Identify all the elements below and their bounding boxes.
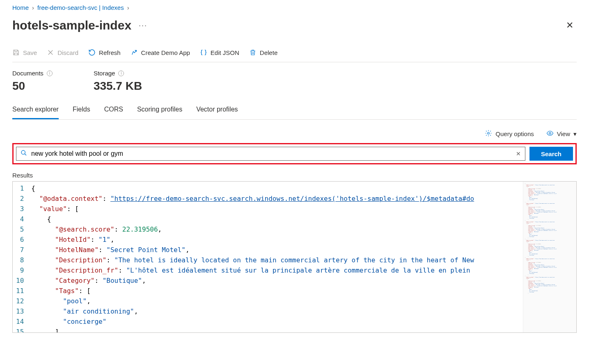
- save-icon: [12, 49, 20, 56]
- chevron-right-icon: ›: [32, 4, 34, 11]
- svg-point-1: [549, 132, 551, 134]
- gear-icon: [485, 130, 492, 138]
- page-title: hotels-sample-index: [12, 18, 131, 32]
- refresh-icon: [88, 49, 96, 56]
- edit-json-button[interactable]: Edit JSON: [200, 49, 239, 56]
- info-icon[interactable]: i: [47, 71, 53, 76]
- toolbar: Save Discard Refresh Create Demo App Edi…: [12, 49, 577, 62]
- clear-icon[interactable]: ✕: [516, 150, 521, 157]
- svg-point-0: [488, 132, 490, 134]
- search-box: ✕: [16, 147, 525, 161]
- create-demo-button[interactable]: Create Demo App: [131, 49, 190, 56]
- view-button[interactable]: View ▾: [546, 130, 577, 138]
- info-icon[interactable]: i: [118, 71, 124, 76]
- discard-icon: [47, 49, 54, 56]
- minimap[interactable]: { "@odata.context": "https://free-demo-s…: [523, 182, 576, 332]
- braces-icon: [200, 49, 207, 56]
- breadcrumb: Home › free-demo-search-svc | Indexes ›: [12, 4, 577, 11]
- storage-stat: Storagei 335.7 KB: [94, 70, 142, 93]
- search-row-highlight: ✕ Search: [12, 143, 577, 164]
- storage-value: 335.7 KB: [94, 80, 142, 93]
- line-numbers: 123456789101112131415: [13, 182, 30, 332]
- demo-app-icon: [131, 49, 138, 56]
- search-input[interactable]: [27, 150, 516, 157]
- refresh-button[interactable]: Refresh: [88, 49, 121, 56]
- search-icon: [21, 150, 27, 158]
- results-code[interactable]: { "@odata.context": "https://free-demo-s…: [30, 182, 523, 332]
- breadcrumb-home[interactable]: Home: [12, 4, 29, 11]
- tab-vector-profiles[interactable]: Vector profiles: [196, 104, 238, 119]
- chevron-right-icon: ›: [127, 4, 129, 11]
- breadcrumb-service[interactable]: free-demo-search-svc | Indexes: [37, 4, 124, 11]
- tab-cors[interactable]: CORS: [104, 104, 123, 119]
- tabs: Search explorerFieldsCORSScoring profile…: [12, 104, 577, 120]
- svg-point-2: [21, 150, 25, 154]
- documents-stat: Documentsi 50: [12, 70, 53, 93]
- more-icon[interactable]: ···: [139, 21, 147, 30]
- eye-icon: [546, 130, 554, 138]
- tab-search-explorer[interactable]: Search explorer: [12, 104, 59, 119]
- chevron-down-icon: ▾: [573, 130, 577, 138]
- documents-value: 50: [12, 80, 53, 93]
- tab-fields[interactable]: Fields: [73, 104, 90, 119]
- close-icon[interactable]: ✕: [563, 18, 577, 32]
- trash-icon: [249, 49, 257, 56]
- results-editor: 123456789101112131415 { "@odata.context"…: [12, 181, 577, 333]
- search-button[interactable]: Search: [529, 147, 573, 161]
- tab-scoring-profiles[interactable]: Scoring profiles: [137, 104, 182, 119]
- discard-button: Discard: [47, 49, 78, 56]
- query-options-button[interactable]: Query options: [485, 130, 534, 138]
- delete-button[interactable]: Delete: [249, 49, 277, 56]
- save-button: Save: [12, 49, 37, 56]
- results-label: Results: [12, 172, 577, 179]
